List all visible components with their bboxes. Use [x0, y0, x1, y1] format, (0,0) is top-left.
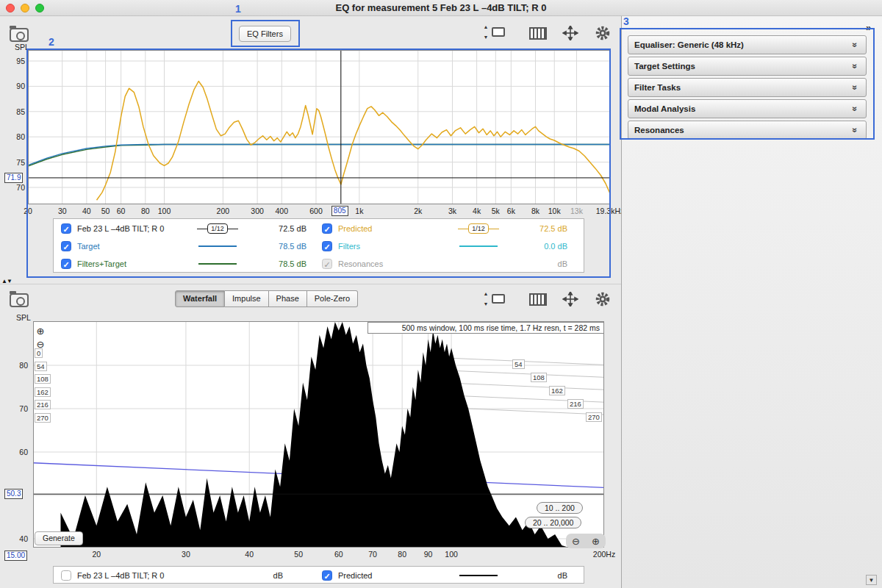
capture-image-icon-bottom[interactable]: [10, 293, 29, 307]
chevron-expand-icon: »: [850, 104, 860, 114]
top-cursor-freq-readout: 805: [331, 206, 348, 216]
x-tick-label: 50: [101, 207, 110, 215]
waterfall-predicted-checkbox[interactable]: ✓: [322, 570, 332, 581]
capture-image-icon[interactable]: [10, 28, 29, 42]
pane-divider-handle[interactable]: ▲▼: [1, 278, 12, 284]
collapse-panel-icon[interactable]: »: [866, 22, 871, 33]
x-tick-label: 100: [445, 550, 458, 559]
bottom-spl-axis-label: SPL: [16, 313, 31, 322]
waterfall-predicted-line-sample: [459, 575, 498, 576]
window-title: EQ for measurement 5 Feb 23 L –4dB TILT;…: [0, 2, 882, 13]
time-slice-label: 54: [512, 359, 525, 369]
target-checkbox[interactable]: ✓: [61, 241, 71, 251]
resonances-checkbox[interactable]: ✓: [322, 259, 332, 269]
measurement-up-icon-bottom[interactable]: ▲: [481, 291, 490, 296]
panes-layout-icon[interactable]: [529, 27, 547, 40]
range-20-20000-button[interactable]: 20 .. 20,000: [525, 517, 581, 528]
x-tick-label: 20: [92, 550, 101, 559]
waterfall-measurement-checkbox[interactable]: [61, 570, 71, 581]
x-tick-label: 80: [141, 207, 150, 215]
target-value: 78.5 dB: [249, 242, 306, 251]
bottom-left-freq-readout: 15.00: [4, 551, 27, 561]
measurement-thumbnail-icon: [492, 27, 505, 37]
tab-phase[interactable]: Phase: [269, 290, 307, 307]
eq-filters-button[interactable]: EQ Filters: [239, 26, 291, 42]
annotation-label-1: 1: [235, 3, 241, 15]
measurement-checkbox[interactable]: ✓: [61, 223, 71, 234]
y-tick-label: 90: [0, 82, 25, 90]
eq-spl-chart[interactable]: [28, 50, 610, 204]
target-label: Target: [77, 242, 186, 251]
chevron-expand-icon: »: [850, 61, 860, 71]
x-tick-label: 200: [217, 207, 230, 215]
filters-target-checkbox[interactable]: ✓: [61, 259, 71, 269]
gear-icon[interactable]: [594, 24, 612, 42]
x-tick-label: 70: [368, 550, 377, 559]
predicted-value: 72.5 dB: [510, 224, 567, 233]
x-tick-label: 30: [58, 207, 67, 215]
time-slice-label: 216: [567, 399, 584, 409]
panes-layout-icon-bottom[interactable]: [529, 293, 547, 306]
filters-target-line-sample: [198, 263, 237, 265]
measurement-smoothing-control[interactable]: 1/12: [186, 223, 249, 234]
time-slice-label: 108: [531, 373, 547, 382]
time-slice-label: 270: [35, 413, 51, 423]
range-10-200-button[interactable]: 10 .. 200: [537, 502, 583, 514]
time-slice-label: 216: [35, 400, 51, 409]
accordion-modal-analysis[interactable]: Modal Analysis »: [628, 99, 867, 118]
right-panel: Equaliser: Generic (48 kHz) » Target Set…: [621, 16, 882, 588]
app-window: EQ for measurement 5 Feb 23 L –4dB TILT;…: [0, 0, 882, 588]
top-legend: ✓ Feb 23 L –4dB TILT; R 0 1/12 72.5 dB ✓…: [53, 218, 584, 273]
waterfall-predicted-value: dB: [510, 571, 567, 580]
pane-divider[interactable]: [0, 284, 621, 284]
filters-checkbox[interactable]: ✓: [322, 241, 332, 251]
titlebar: EQ for measurement 5 Feb 23 L –4dB TILT;…: [0, 0, 882, 16]
accordion-resonances[interactable]: Resonances »: [628, 121, 867, 140]
zoom-in-icon[interactable]: ⊕: [592, 536, 600, 547]
predicted-checkbox[interactable]: ✓: [322, 223, 332, 234]
accordion-target-settings[interactable]: Target Settings »: [628, 57, 867, 76]
x-tick-label: 600: [309, 207, 323, 215]
waterfall-zoom-in-icon[interactable]: ⊕: [35, 326, 46, 337]
chevron-expand-icon: »: [850, 125, 860, 135]
x-tick-label: 6k: [507, 207, 515, 215]
accordion-equaliser[interactable]: Equaliser: Generic (48 kHz) »: [628, 35, 867, 54]
waterfall-measurement-label: Feb 23 L –4dB TILT; R 0: [77, 571, 239, 580]
measurement-thumbnail-icon-bottom: [492, 294, 505, 304]
y-tick-label: 80: [3, 361, 28, 370]
y-tick-label: 60: [3, 448, 28, 456]
measurement-down-icon-bottom[interactable]: ▼: [481, 301, 490, 306]
panel-scroll-down-icon[interactable]: ▼: [866, 575, 877, 585]
tab-pole-zero[interactable]: Pole-Zero: [307, 290, 358, 307]
y-tick-label: 70: [0, 183, 25, 192]
y-tick-label: 85: [0, 107, 25, 116]
measurement-label: Feb 23 L –4dB TILT; R 0: [77, 224, 186, 233]
measurement-down-icon[interactable]: ▼: [481, 35, 490, 40]
pan-arrows-icon[interactable]: [562, 26, 578, 40]
tab-impulse[interactable]: Impulse: [225, 290, 269, 307]
zoom-out-icon[interactable]: ⊖: [572, 536, 580, 547]
waterfall-zoom-out-icon[interactable]: ⊖: [35, 339, 46, 351]
measurement-value: 72.5 dB: [249, 224, 306, 233]
tab-waterfall[interactable]: Waterfall: [175, 290, 225, 307]
x-tick-label: 80: [398, 550, 406, 559]
y-tick-label: 80: [0, 132, 25, 141]
x-tick-label: 90: [424, 550, 433, 559]
predicted-smoothing-control[interactable]: 1/12: [447, 223, 510, 234]
gear-icon-bottom[interactable]: [594, 290, 612, 308]
pan-arrows-icon-bottom[interactable]: [562, 292, 578, 306]
filters-line-sample: [459, 245, 498, 247]
bottom-tabs: Waterfall Impulse Phase Pole-Zero: [175, 290, 358, 307]
filters-value: 0.0 dB: [510, 242, 567, 251]
x-tick-label: 19.3kHz: [596, 207, 625, 215]
measurement-up-icon[interactable]: ▲: [481, 24, 490, 29]
target-line-sample: [198, 245, 237, 247]
waterfall-chart[interactable]: [33, 321, 604, 548]
annotation-label-3: 3: [623, 15, 629, 27]
top-cursor-db-readout: 71.9: [4, 173, 23, 183]
resonances-label: Resonances: [338, 259, 447, 268]
generate-button[interactable]: Generate: [35, 531, 83, 545]
accordion-filter-tasks[interactable]: Filter Tasks »: [628, 78, 867, 97]
x-tick-label: 13k: [570, 207, 583, 215]
x-tick-label: 300: [251, 207, 264, 215]
